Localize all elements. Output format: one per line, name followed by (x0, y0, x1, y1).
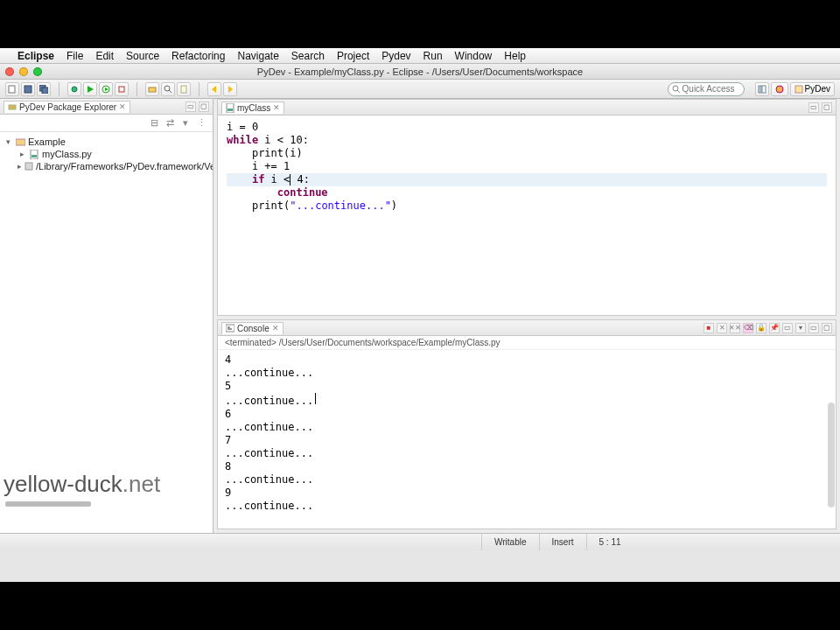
perspective-java-icon[interactable] (771, 82, 788, 96)
menu-project[interactable]: Project (337, 50, 369, 62)
menu-navigate[interactable]: Navigate (237, 50, 278, 62)
svg-rect-24 (32, 155, 37, 158)
svg-rect-1 (24, 86, 32, 93)
quick-access-search[interactable] (668, 82, 745, 96)
maximize-editor-icon[interactable]: ▢ (822, 102, 832, 113)
svg-rect-3 (42, 88, 48, 94)
tree-lib[interactable]: /Library/Frameworks/PyDev.framework/Vers… (36, 161, 213, 172)
minimize-console-icon[interactable]: ▭ (808, 323, 819, 333)
status-writable: Writable (481, 534, 539, 550)
remove-all-icon[interactable]: ✕✕ (730, 323, 740, 333)
svg-rect-28 (226, 325, 234, 332)
twisty-closed-icon[interactable]: ▸ (18, 150, 26, 158)
open-console-icon[interactable]: ▾ (795, 323, 806, 333)
project-tree[interactable]: ▾ Example ▸ myClass.py ▸ /Library/Framew… (0, 132, 213, 533)
pin-console-icon[interactable]: 📌 (769, 323, 780, 333)
menu-search[interactable]: Search (291, 50, 325, 62)
search-icon[interactable] (161, 82, 175, 96)
filter-icon[interactable]: ▾ (179, 117, 192, 130)
menu-source[interactable]: Source (126, 50, 159, 62)
svg-rect-23 (31, 150, 38, 159)
back-icon[interactable] (207, 82, 221, 96)
console-output[interactable]: 4...continue...5...continue...6...contin… (218, 350, 836, 528)
menu-help[interactable]: Help (504, 50, 526, 62)
svg-rect-25 (25, 163, 32, 170)
open-type-icon[interactable] (145, 82, 159, 96)
svg-rect-0 (9, 86, 15, 93)
menu-app[interactable]: Eclipse (18, 50, 54, 62)
svg-rect-9 (149, 88, 156, 92)
magnifier-icon (672, 85, 680, 93)
console-header: <terminated> /Users/User/Documents/works… (218, 336, 836, 350)
editor-pane: myClass ✕ ▭ ▢ i = 0while i < 10: print(i… (217, 99, 836, 316)
collapse-all-icon[interactable]: ⊟ (148, 117, 160, 130)
terminate-icon[interactable]: ■ (704, 323, 714, 333)
mac-menubar: Eclipse File Edit Source Refactoring Nav… (0, 48, 840, 64)
quick-access-input[interactable] (682, 84, 735, 94)
window-titlebar: PyDev - Example/myClass.py - Eclipse - /… (0, 64, 840, 80)
svg-marker-14 (228, 86, 233, 93)
svg-line-11 (169, 90, 172, 93)
tree-project[interactable]: Example (28, 136, 66, 147)
run-icon[interactable] (83, 82, 97, 96)
display-console-icon[interactable]: ▭ (782, 323, 793, 333)
console-tab-label: Console (237, 324, 270, 333)
svg-rect-26 (227, 103, 234, 113)
editor-tab-label: myClass (237, 103, 270, 113)
package-explorer-view: PyDev Package Explorer ✕ ▭ ▢ ⊟ ⇄ ▾ ⋮ ▾ E… (0, 99, 214, 533)
clear-console-icon[interactable]: ⌫ (743, 323, 753, 333)
twisty-open-icon[interactable]: ▾ (4, 137, 12, 146)
link-editor-icon[interactable]: ⇄ (164, 117, 176, 130)
close-tab-icon[interactable]: ✕ (273, 103, 280, 112)
save-all-icon[interactable] (37, 82, 51, 96)
svg-marker-13 (212, 86, 216, 93)
svg-marker-7 (105, 88, 108, 91)
watermark-underline (5, 501, 91, 507)
console-scrollbar[interactable] (828, 402, 835, 508)
maximize-console-icon[interactable]: ▢ (822, 323, 832, 333)
status-insert: Insert (539, 534, 586, 550)
project-icon (15, 136, 25, 147)
forward-icon[interactable] (223, 82, 237, 96)
maximize-view-icon[interactable]: ▢ (199, 102, 209, 112)
main-toolbar: PyDev (0, 80, 840, 99)
scroll-lock-icon[interactable]: 🔒 (756, 323, 766, 333)
code-editor[interactable]: i = 0while i < 10: print(i) i += 1 if i … (218, 116, 836, 315)
svg-rect-22 (16, 139, 25, 145)
menu-window[interactable]: Window (455, 50, 493, 62)
svg-line-16 (677, 90, 680, 93)
svg-point-4 (72, 87, 77, 92)
minimize-editor-icon[interactable]: ▭ (808, 102, 819, 113)
twisty-closed-icon[interactable]: ▸ (18, 162, 22, 171)
view-title: PyDev Package Explorer (19, 102, 116, 112)
toggle-mark-icon[interactable] (177, 82, 191, 96)
svg-rect-20 (795, 86, 802, 93)
close-tab-icon[interactable]: ✕ (119, 102, 126, 111)
menu-file[interactable]: File (66, 50, 83, 62)
package-explorer-tab[interactable]: PyDev Package Explorer ✕ (4, 101, 130, 113)
editor-tab[interactable]: myClass ✕ (221, 102, 284, 114)
menu-refactoring[interactable]: Refactoring (172, 50, 225, 62)
console-pane: Console ✕ ■ ✕ ✕✕ ⌫ 🔒 📌 ▭ ▾ ▭ ▢ (217, 319, 836, 529)
minimize-view-icon[interactable]: ▭ (186, 102, 196, 112)
external-tools-icon[interactable] (115, 82, 129, 96)
remove-launch-icon[interactable]: ✕ (717, 323, 727, 333)
run-last-icon[interactable] (99, 82, 113, 96)
new-icon[interactable] (5, 82, 19, 96)
console-tab[interactable]: Console ✕ (221, 322, 284, 334)
save-icon[interactable] (21, 82, 35, 96)
view-menu-icon[interactable]: ⋮ (195, 117, 207, 130)
perspective-pydev[interactable]: PyDev (790, 82, 835, 96)
library-icon (24, 161, 33, 172)
menu-run[interactable]: Run (424, 50, 443, 62)
debug-icon[interactable] (67, 82, 81, 96)
package-icon (8, 102, 17, 111)
svg-rect-12 (181, 86, 186, 93)
menu-edit[interactable]: Edit (95, 50, 114, 62)
svg-rect-17 (759, 86, 761, 93)
svg-rect-18 (762, 86, 766, 93)
close-tab-icon[interactable]: ✕ (272, 324, 279, 332)
open-perspective-icon[interactable] (755, 82, 769, 96)
menu-pydev[interactable]: Pydev (382, 50, 410, 62)
tree-file[interactable]: myClass.py (42, 149, 92, 159)
